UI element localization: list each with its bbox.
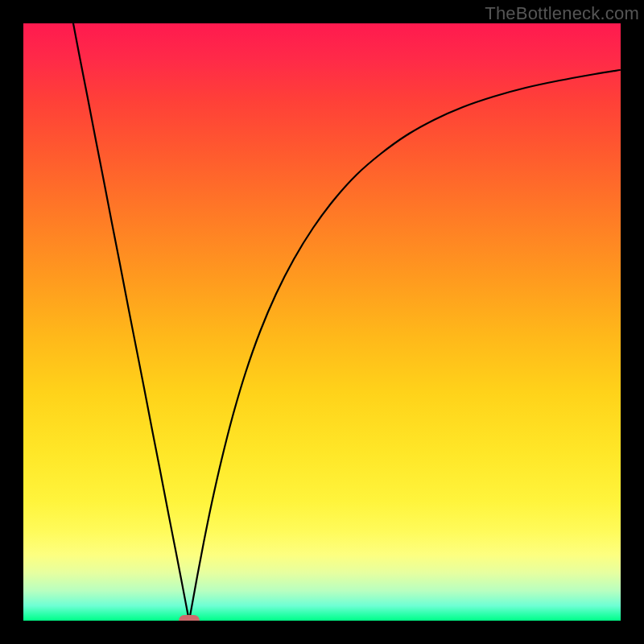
chart-frame: TheBottleneck.com [0, 0, 644, 644]
plot-area [23, 23, 621, 621]
optimum-marker [179, 615, 200, 621]
watermark-text: TheBottleneck.com [485, 3, 639, 24]
bottleneck-curve [73, 23, 620, 621]
curve-svg [23, 23, 621, 621]
